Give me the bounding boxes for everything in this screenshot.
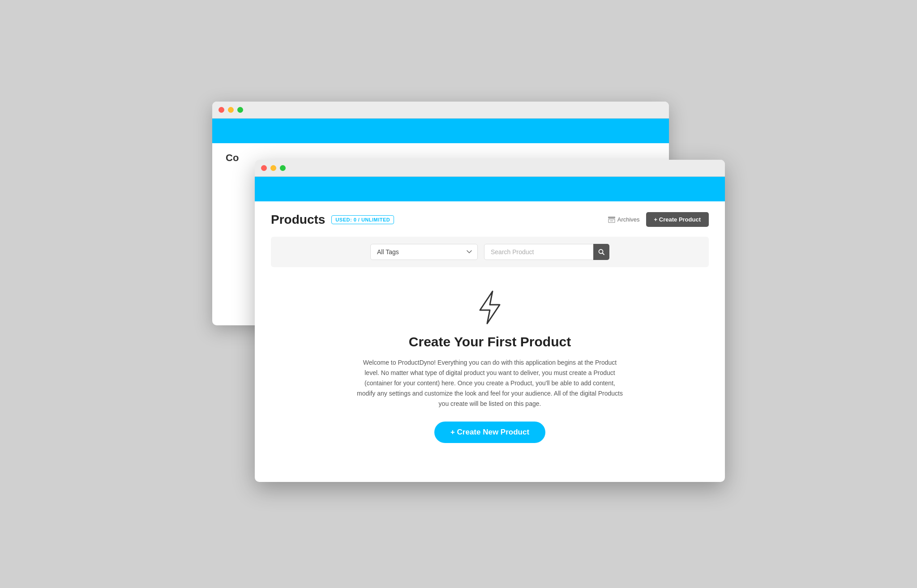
back-titlebar xyxy=(212,102,669,119)
front-window: Products USED: 0 / UNLIMITED Archives + … xyxy=(255,160,725,482)
back-close-dot[interactable] xyxy=(219,107,224,113)
search-icon xyxy=(598,249,604,255)
tags-select[interactable]: All Tags Tag 1 Tag 2 xyxy=(370,244,478,260)
page-header-left: Products USED: 0 / UNLIMITED xyxy=(271,213,394,227)
front-minimize-dot[interactable] xyxy=(270,165,276,171)
search-input[interactable] xyxy=(484,244,609,260)
search-button[interactable] xyxy=(593,244,609,260)
search-wrapper xyxy=(484,244,609,260)
filter-bar: All Tags Tag 1 Tag 2 xyxy=(271,237,709,267)
empty-state: Create Your First Product Welcome to Pro… xyxy=(271,281,709,456)
front-titlebar xyxy=(255,160,725,177)
empty-state-heading: Create Your First Product xyxy=(409,334,571,349)
archives-icon xyxy=(608,217,615,223)
scene: Co Products USED: 0 / UNLIMITED xyxy=(212,102,705,486)
front-maximize-dot[interactable] xyxy=(280,165,286,171)
back-minimize-dot[interactable] xyxy=(228,107,234,113)
main-content: Products USED: 0 / UNLIMITED Archives + … xyxy=(255,201,725,467)
lightning-icon xyxy=(476,290,504,327)
archives-link[interactable]: Archives xyxy=(608,216,640,223)
page-title: Products xyxy=(271,213,325,227)
empty-state-description: Welcome to ProductDyno! Everything you c… xyxy=(356,358,624,409)
back-maximize-dot[interactable] xyxy=(237,107,243,113)
archives-label: Archives xyxy=(617,216,640,223)
used-badge: USED: 0 / UNLIMITED xyxy=(331,215,394,224)
create-product-button[interactable]: + Create Product xyxy=(646,212,709,227)
back-topbar xyxy=(212,119,669,143)
page-header-right: Archives + Create Product xyxy=(608,212,709,227)
back-partial-text: Co xyxy=(226,152,239,163)
create-new-product-button[interactable]: + Create New Product xyxy=(434,422,545,443)
page-header: Products USED: 0 / UNLIMITED Archives + … xyxy=(271,212,709,227)
svg-line-4 xyxy=(603,253,604,255)
front-topbar xyxy=(255,177,725,201)
front-close-dot[interactable] xyxy=(261,165,267,171)
svg-rect-0 xyxy=(608,217,615,218)
